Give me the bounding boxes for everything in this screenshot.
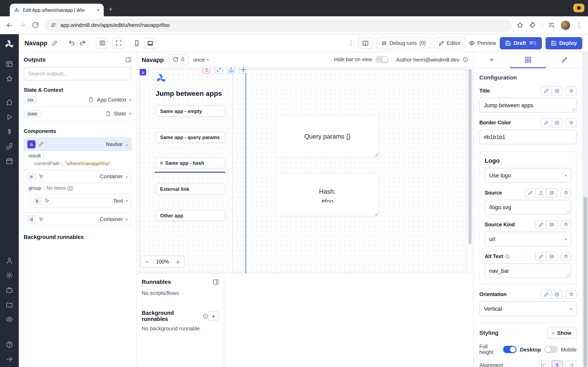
expand-down-handle[interactable] <box>203 67 210 73</box>
nav-link-external[interactable]: External link <box>156 184 225 194</box>
eval-button[interactable] <box>551 86 562 95</box>
resize-grip-icon[interactable] <box>374 212 378 215</box>
star-icon[interactable] <box>6 75 13 82</box>
page-scrollbar[interactable] <box>582 52 588 367</box>
site-settings-icon[interactable] <box>50 22 56 28</box>
chevron-up-icon[interactable]: ▴ <box>126 142 128 146</box>
eye-icon[interactable] <box>6 316 13 323</box>
browser-tab[interactable]: Edit App u/henri/navapp | Win × <box>10 4 104 16</box>
connect-plug-button[interactable] <box>560 220 571 229</box>
eval-button[interactable] <box>551 290 562 299</box>
hash-panel[interactable]: Hash: #foo <box>276 174 379 216</box>
eval-button[interactable] <box>551 118 562 127</box>
tab-styling[interactable] <box>546 52 582 68</box>
connect-plug-button[interactable] <box>566 86 577 95</box>
expand-handle[interactable] <box>215 67 223 73</box>
docs-book-button[interactable] <box>358 37 373 49</box>
more-menu-icon[interactable]: ⋮ <box>348 39 354 47</box>
pointer-icon[interactable] <box>38 174 44 179</box>
search-outputs-input[interactable] <box>24 67 131 80</box>
component-row-container-d[interactable]: d Container ▾ <box>24 212 131 226</box>
add-background-runnable-button[interactable]: + <box>208 311 219 321</box>
chevron-down-icon[interactable]: ▾ <box>130 111 131 116</box>
eval-button[interactable] <box>546 252 557 261</box>
align-right-button[interactable] <box>566 360 577 367</box>
align-center-button[interactable] <box>552 360 563 367</box>
selection-edge-line[interactable] <box>245 67 246 273</box>
source-input[interactable]: /logo.svg <box>485 200 571 215</box>
rename-pencil-icon[interactable] <box>52 40 58 46</box>
edit-static-button[interactable] <box>541 290 552 299</box>
desktop-view-button[interactable] <box>144 37 156 49</box>
zoom-in-button[interactable]: + <box>172 256 184 267</box>
profile-avatar[interactable] <box>561 20 571 30</box>
edit-static-button[interactable] <box>541 118 552 127</box>
dollar-icon[interactable] <box>6 128 13 135</box>
apps-icon[interactable] <box>6 60 13 68</box>
gear-icon[interactable] <box>6 272 13 279</box>
run-mode-select[interactable]: once ▾ <box>193 57 209 63</box>
nav-link-empty[interactable]: Same app - empty <box>156 106 225 117</box>
component-row-navbar[interactable]: a Navbar ▴ <box>24 137 131 151</box>
collapse-arrow-icon[interactable] <box>6 356 13 363</box>
orientation-select[interactable]: Vertical ▾ <box>479 301 577 316</box>
alt-text-input[interactable]: nav_bar <box>485 263 571 278</box>
chevron-up-icon[interactable]: ▴ <box>126 174 128 179</box>
anchor-handle[interactable] <box>227 67 235 73</box>
briefcase-icon[interactable] <box>6 286 13 294</box>
group-line[interactable]: group : No items ([]) <box>24 183 131 191</box>
align-left-button[interactable] <box>538 360 549 367</box>
pointer-icon[interactable] <box>38 217 44 222</box>
redo-icon[interactable] <box>79 40 86 47</box>
resize-grip-icon[interactable] <box>374 152 378 156</box>
tab-insert[interactable]: + <box>474 52 510 68</box>
edit-static-button[interactable] <box>535 220 546 229</box>
chevron-down-icon[interactable]: ▾ <box>126 217 128 221</box>
play-icon[interactable] <box>6 113 13 121</box>
pencil-icon[interactable] <box>38 142 44 147</box>
info-icon[interactable] <box>505 254 510 259</box>
hide-bar-toggle[interactable] <box>375 56 389 63</box>
border-color-input[interactable]: #b1b1b1 <box>479 130 577 144</box>
mobile-view-icon[interactable] <box>134 40 140 46</box>
edit-static-button[interactable] <box>541 86 552 95</box>
tab-component-settings[interactable] <box>510 52 546 68</box>
pointer-icon[interactable] <box>44 198 49 203</box>
forward-icon[interactable] <box>19 21 26 29</box>
connect-plug-button[interactable] <box>566 290 577 299</box>
eval-button[interactable] <box>546 188 557 197</box>
edit-static-button[interactable] <box>535 252 546 261</box>
help-icon[interactable] <box>6 341 13 348</box>
panel-layout-icon[interactable] <box>125 57 131 63</box>
layout-columns-button[interactable] <box>96 37 108 49</box>
debug-runs-button[interactable]: Debug runs (0) <box>376 37 430 49</box>
bookmark-star-icon[interactable] <box>517 22 523 29</box>
title-input[interactable]: Jump between apps <box>479 98 577 113</box>
chevron-down-icon[interactable]: ▾ <box>126 199 128 203</box>
connect-plug-button[interactable] <box>566 118 577 127</box>
source-kind-select[interactable]: url ▾ <box>485 232 571 246</box>
query-params-panel[interactable]: Query params {} <box>276 116 379 157</box>
tab-list-icon[interactable] <box>548 22 555 29</box>
connect-plug-button[interactable] <box>560 188 571 197</box>
full-height-toggle[interactable] <box>503 346 517 353</box>
connect-plug-button[interactable] <box>560 252 571 261</box>
logo-select[interactable]: Use logo ▾ <box>485 168 571 183</box>
eval-button[interactable] <box>546 220 557 229</box>
record-indicator[interactable] <box>573 4 584 12</box>
nav-link-hash[interactable]: # Same app - hash <box>156 157 225 168</box>
draft-button[interactable]: Draft ⌘S <box>500 37 542 49</box>
nav-link-other-app[interactable]: Other app <box>156 210 225 221</box>
mobile-toggle[interactable] <box>544 346 558 353</box>
current-path-line[interactable]: currentPath : "u/henri/navapp#foo" <box>29 159 131 166</box>
show-styling-button[interactable]: ‹ Show <box>547 327 577 338</box>
zoom-out-button[interactable]: − <box>141 256 153 267</box>
chevron-down-icon[interactable]: ▾ <box>130 98 131 102</box>
home-icon[interactable] <box>6 99 13 106</box>
user-icon[interactable] <box>6 257 13 264</box>
windmill-logo[interactable] <box>4 39 15 50</box>
browser-menu-icon[interactable]: ⋮ <box>576 21 582 29</box>
tab-close-icon[interactable]: × <box>96 7 100 13</box>
info-icon[interactable] <box>463 57 468 62</box>
deploy-button[interactable]: Deploy <box>545 37 582 49</box>
